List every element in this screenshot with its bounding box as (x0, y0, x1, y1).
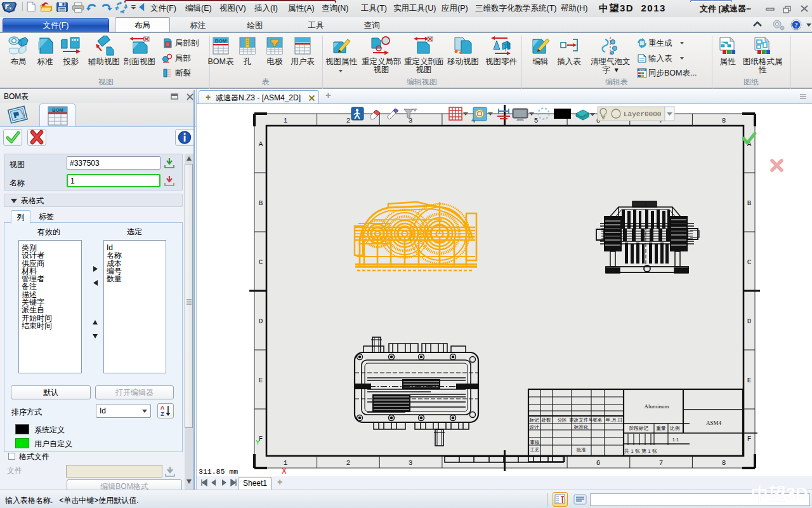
svg-text:E: E (259, 377, 263, 384)
svg-text:8: 8 (722, 117, 726, 124)
svg-text:A: A (259, 140, 263, 148)
svg-text:Layer0000: Layer0000 (624, 110, 661, 118)
svg-text:Z: Z (160, 411, 164, 417)
svg-text:2: 2 (346, 459, 351, 467)
svg-text:设计: 设计 (530, 424, 540, 430)
svg-text:8: 8 (722, 459, 726, 467)
svg-text:E: E (747, 377, 752, 384)
svg-text:Aluminum: Aluminum (644, 403, 669, 410)
svg-text:A: A (160, 404, 165, 411)
svg-text:1: 1 (284, 117, 288, 124)
svg-text:C: C (747, 258, 752, 266)
svg-text:B: B (747, 199, 752, 207)
svg-text:D: D (747, 318, 752, 325)
svg-text:重量: 重量 (657, 425, 667, 431)
svg-text:标准化: 标准化 (573, 424, 589, 430)
svg-text:1:1: 1:1 (672, 437, 679, 443)
svg-text:C: C (259, 258, 263, 266)
svg-text:更改文件号: 更改文件号 (569, 417, 593, 423)
svg-text:X: X (282, 467, 287, 476)
svg-text:BOM: BOM (52, 107, 63, 113)
svg-text:标记: 标记 (529, 417, 540, 423)
svg-text:分区: 分区 (558, 417, 568, 423)
svg-text:年.月.日: 年.月.日 (605, 417, 623, 423)
svg-text:B: B (259, 199, 263, 207)
svg-text:1: 1 (284, 459, 288, 467)
svg-text:7: 7 (659, 459, 664, 467)
svg-text:共 1 张 第 1 张: 共 1 张 第 1 张 (624, 448, 657, 454)
svg-text:Y: Y (256, 439, 260, 446)
svg-text:比例: 比例 (671, 425, 680, 431)
svg-text:6: 6 (596, 459, 601, 467)
svg-text:3: 3 (409, 459, 413, 467)
svg-text:F: F (747, 435, 752, 443)
svg-text:签名: 签名 (593, 417, 603, 423)
svg-text:BOM: BOM (639, 69, 645, 72)
svg-text:ASM4: ASM4 (706, 420, 722, 426)
svg-text:处数: 处数 (541, 417, 552, 423)
svg-text:BOM: BOM (215, 38, 227, 44)
svg-text:?: ? (795, 22, 798, 29)
svg-text:批准: 批准 (577, 447, 587, 453)
svg-text:审核: 审核 (530, 439, 540, 445)
svg-text:工艺: 工艺 (530, 447, 540, 453)
svg-text:D: D (259, 318, 263, 325)
svg-text:阶段标记: 阶段标记 (629, 425, 649, 431)
